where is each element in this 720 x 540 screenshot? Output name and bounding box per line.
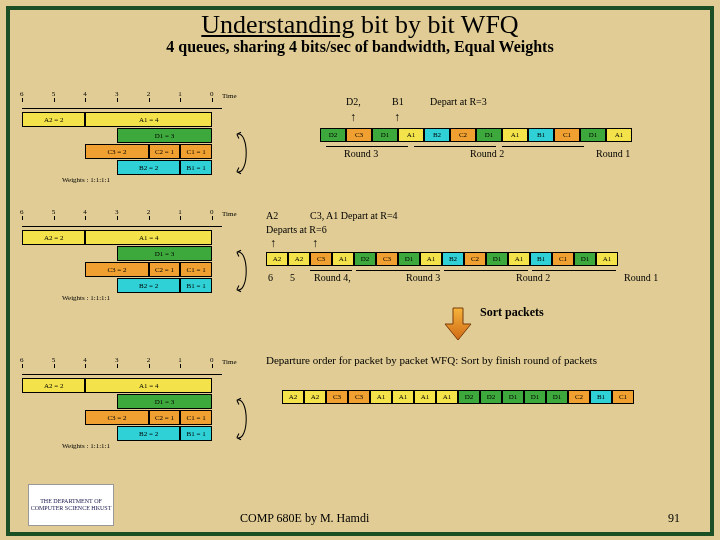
packet-bar: D1 = 3 (117, 128, 212, 143)
round-label: Round 2 (470, 148, 504, 159)
packet-cell: B1 (530, 252, 552, 266)
packet-cell: A1 (508, 252, 530, 266)
packet-cell: A2 (288, 252, 310, 266)
depart-text-2: C3, A1 Depart at R=4 (310, 210, 398, 221)
weights-label: Weights : 1:1:1:1 (62, 442, 110, 450)
packet-cell: C1 (612, 390, 634, 404)
round-label: Round 4, (314, 272, 351, 283)
packet-strip-2: A2A2C3A1D2C3D1A1B2C2D1A1B1C1D1A1 (266, 252, 618, 266)
time-label: Time (222, 92, 237, 100)
packet-cell: A1 (502, 128, 528, 142)
footer: COMP 680E by M. Hamdi (240, 511, 369, 526)
packet-cell: C2 (450, 128, 476, 142)
packet-bar: A2 = 2 (22, 230, 85, 245)
packet-cell: B1 (528, 128, 554, 142)
weights-label: Weights : 1:1:1:1 (62, 294, 110, 302)
packet-bar: C1 = 1 (180, 144, 212, 159)
round-num: 5 (290, 272, 295, 283)
packet-cell: A2 (304, 390, 326, 404)
packet-cell: C1 (554, 128, 580, 142)
packet-cell: D1 (574, 252, 596, 266)
loop-arrow-icon (230, 128, 252, 178)
loop-arrow-icon (230, 246, 252, 296)
slide-title: Understanding bit by bit WFQ (10, 10, 710, 40)
packet-cell: D1 (476, 128, 502, 142)
packet-bar: B2 = 2 (117, 278, 180, 293)
packet-bar: C3 = 2 (85, 262, 148, 277)
depart-text-3: Departs at R=6 (266, 224, 327, 235)
time-axis-1 (22, 98, 222, 109)
packet-bar: C2 = 1 (149, 144, 181, 159)
packet-strip-3: A2A2C3C3A1A1A1A1D2D2D1D1D1C2B1C1 (282, 390, 634, 404)
packet-cell: A2 (266, 252, 288, 266)
slide-subtitle: 4 queues, sharing 4 bits/sec of bandwidt… (10, 38, 710, 56)
packet-cell: D2 (458, 390, 480, 404)
indicator-b1: B1 (392, 96, 404, 107)
page-number: 91 (668, 511, 680, 526)
round-label: Round 1 (624, 272, 658, 283)
packet-strip-1: D2C3D1A1B2C2D1A1B1C1D1A1 (320, 128, 632, 142)
packet-bar: A1 = 4 (85, 112, 212, 127)
packet-cell: A1 (420, 252, 442, 266)
packet-bar: B1 = 1 (180, 278, 212, 293)
packet-bar: A1 = 4 (85, 378, 212, 393)
packet-bar: B2 = 2 (117, 160, 180, 175)
packet-cell: C3 (346, 128, 372, 142)
time-axis-3 (22, 364, 222, 375)
packet-cell: A1 (596, 252, 618, 266)
packet-cell: A1 (392, 390, 414, 404)
time-axis-2 (22, 216, 222, 227)
packet-cell: B1 (590, 390, 612, 404)
packet-cell: C3 (376, 252, 398, 266)
packet-cell: D1 (546, 390, 568, 404)
packet-cell: D1 (502, 390, 524, 404)
sort-label: Sort packets (480, 305, 544, 320)
packet-cell: A1 (398, 128, 424, 142)
up-arrow-icon: ↑ (270, 236, 276, 251)
round-label: Round 3 (406, 272, 440, 283)
packet-bar: C1 = 1 (180, 262, 212, 277)
time-label: Time (222, 210, 237, 218)
packet-bar: A2 = 2 (22, 378, 85, 393)
packet-bar: D1 = 3 (117, 246, 212, 261)
round-num: 6 (268, 272, 273, 283)
packet-cell: C3 (310, 252, 332, 266)
packet-cell: B2 (442, 252, 464, 266)
packet-cell: A1 (436, 390, 458, 404)
packet-cell: A1 (414, 390, 436, 404)
packet-bar: B2 = 2 (117, 426, 180, 441)
packet-cell: D1 (580, 128, 606, 142)
packet-cell: A1 (332, 252, 354, 266)
round-label: Round 1 (596, 148, 630, 159)
packet-cell: D2 (480, 390, 502, 404)
packet-cell: D1 (372, 128, 398, 142)
packet-cell: D2 (320, 128, 346, 142)
up-arrow-icon: ↑ (350, 110, 356, 125)
hkust-cs-logo: THE DEPARTMENT OF COMPUTER SCIENCE HKUST (28, 484, 114, 526)
up-arrow-icon: ↑ (312, 236, 318, 251)
loop-arrow-icon (230, 394, 252, 444)
packet-bar: C3 = 2 (85, 144, 148, 159)
depart-text-1: Depart at R=3 (430, 96, 487, 107)
packet-bar: C2 = 1 (149, 410, 181, 425)
packet-bar: C3 = 2 (85, 410, 148, 425)
packet-cell: B2 (424, 128, 450, 142)
round-label: Round 3 (344, 148, 378, 159)
packet-cell: C2 (568, 390, 590, 404)
packet-bar: A1 = 4 (85, 230, 212, 245)
packet-bar: D1 = 3 (117, 394, 212, 409)
packet-cell: D2 (354, 252, 376, 266)
packet-cell: D1 (398, 252, 420, 266)
packet-bar: B1 = 1 (180, 426, 212, 441)
packet-cell: C3 (348, 390, 370, 404)
packet-cell: A1 (606, 128, 632, 142)
packet-cell: A2 (282, 390, 304, 404)
departure-text: Departure order for packet by packet WFQ… (266, 354, 597, 366)
packet-bar: B1 = 1 (180, 160, 212, 175)
packet-cell: C2 (464, 252, 486, 266)
packet-cell: C1 (552, 252, 574, 266)
packet-cell: D1 (524, 390, 546, 404)
indicator-d2: D2, (346, 96, 361, 107)
up-arrow-icon: ↑ (394, 110, 400, 125)
packet-cell: A1 (370, 390, 392, 404)
